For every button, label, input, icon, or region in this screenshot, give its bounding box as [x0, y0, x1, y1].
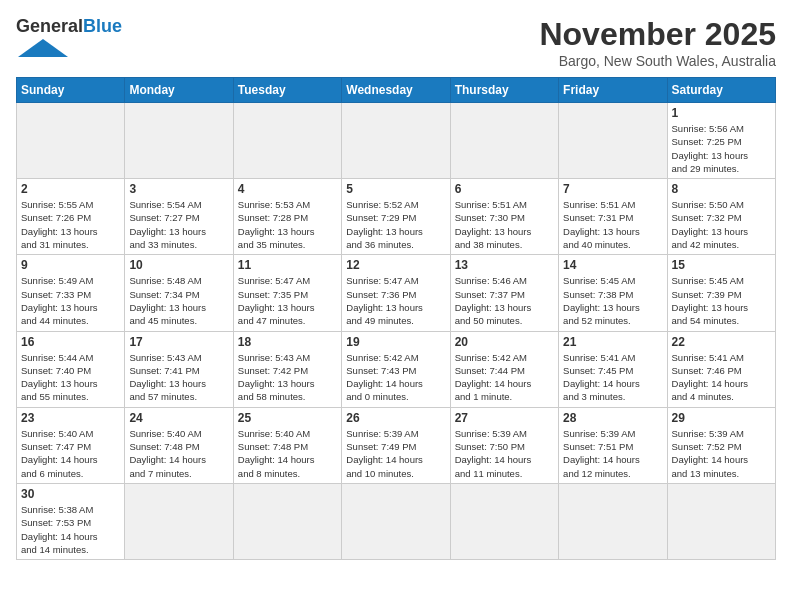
- day-header-monday: Monday: [125, 78, 233, 103]
- calendar-cell: 9Sunrise: 5:49 AM Sunset: 7:33 PM Daylig…: [17, 255, 125, 331]
- calendar-cell: [667, 483, 775, 559]
- cell-info: Sunrise: 5:46 AM Sunset: 7:37 PM Dayligh…: [455, 274, 554, 327]
- cell-info: Sunrise: 5:45 AM Sunset: 7:38 PM Dayligh…: [563, 274, 662, 327]
- calendar-week-row: 1Sunrise: 5:56 AM Sunset: 7:25 PM Daylig…: [17, 103, 776, 179]
- calendar-cell: [17, 103, 125, 179]
- cell-info: Sunrise: 5:43 AM Sunset: 7:42 PM Dayligh…: [238, 351, 337, 404]
- calendar-cell: 26Sunrise: 5:39 AM Sunset: 7:49 PM Dayli…: [342, 407, 450, 483]
- day-number: 17: [129, 335, 228, 349]
- day-number: 21: [563, 335, 662, 349]
- day-header-friday: Friday: [559, 78, 667, 103]
- svg-marker-0: [18, 39, 68, 57]
- day-number: 23: [21, 411, 120, 425]
- cell-info: Sunrise: 5:39 AM Sunset: 7:52 PM Dayligh…: [672, 427, 771, 480]
- calendar-week-row: 23Sunrise: 5:40 AM Sunset: 7:47 PM Dayli…: [17, 407, 776, 483]
- calendar-cell: [125, 103, 233, 179]
- month-title: November 2025: [539, 16, 776, 53]
- day-header-saturday: Saturday: [667, 78, 775, 103]
- calendar-cell: [559, 483, 667, 559]
- day-number: 1: [672, 106, 771, 120]
- calendar-cell: 21Sunrise: 5:41 AM Sunset: 7:45 PM Dayli…: [559, 331, 667, 407]
- calendar-cell: 28Sunrise: 5:39 AM Sunset: 7:51 PM Dayli…: [559, 407, 667, 483]
- day-number: 30: [21, 487, 120, 501]
- calendar-cell: 29Sunrise: 5:39 AM Sunset: 7:52 PM Dayli…: [667, 407, 775, 483]
- cell-info: Sunrise: 5:45 AM Sunset: 7:39 PM Dayligh…: [672, 274, 771, 327]
- calendar-cell: [342, 483, 450, 559]
- calendar-cell: 11Sunrise: 5:47 AM Sunset: 7:35 PM Dayli…: [233, 255, 341, 331]
- cell-info: Sunrise: 5:42 AM Sunset: 7:44 PM Dayligh…: [455, 351, 554, 404]
- day-number: 14: [563, 258, 662, 272]
- calendar-cell: 4Sunrise: 5:53 AM Sunset: 7:28 PM Daylig…: [233, 179, 341, 255]
- day-number: 8: [672, 182, 771, 196]
- day-number: 10: [129, 258, 228, 272]
- day-number: 11: [238, 258, 337, 272]
- calendar-cell: [233, 103, 341, 179]
- calendar-cell: [233, 483, 341, 559]
- cell-info: Sunrise: 5:39 AM Sunset: 7:50 PM Dayligh…: [455, 427, 554, 480]
- calendar-week-row: 2Sunrise: 5:55 AM Sunset: 7:26 PM Daylig…: [17, 179, 776, 255]
- calendar-cell: 6Sunrise: 5:51 AM Sunset: 7:30 PM Daylig…: [450, 179, 558, 255]
- calendar-cell: 27Sunrise: 5:39 AM Sunset: 7:50 PM Dayli…: [450, 407, 558, 483]
- cell-info: Sunrise: 5:50 AM Sunset: 7:32 PM Dayligh…: [672, 198, 771, 251]
- day-number: 27: [455, 411, 554, 425]
- calendar-cell: 19Sunrise: 5:42 AM Sunset: 7:43 PM Dayli…: [342, 331, 450, 407]
- cell-info: Sunrise: 5:54 AM Sunset: 7:27 PM Dayligh…: [129, 198, 228, 251]
- calendar-cell: 8Sunrise: 5:50 AM Sunset: 7:32 PM Daylig…: [667, 179, 775, 255]
- calendar-week-row: 16Sunrise: 5:44 AM Sunset: 7:40 PM Dayli…: [17, 331, 776, 407]
- calendar-cell: [342, 103, 450, 179]
- calendar-cell: 17Sunrise: 5:43 AM Sunset: 7:41 PM Dayli…: [125, 331, 233, 407]
- calendar-cell: 23Sunrise: 5:40 AM Sunset: 7:47 PM Dayli…: [17, 407, 125, 483]
- logo: General Blue: [16, 16, 122, 57]
- day-number: 3: [129, 182, 228, 196]
- day-number: 12: [346, 258, 445, 272]
- logo-icon: [18, 39, 68, 57]
- cell-info: Sunrise: 5:48 AM Sunset: 7:34 PM Dayligh…: [129, 274, 228, 327]
- day-number: 5: [346, 182, 445, 196]
- logo-text: General: [16, 16, 83, 37]
- calendar-cell: [559, 103, 667, 179]
- day-number: 9: [21, 258, 120, 272]
- calendar-cell: 24Sunrise: 5:40 AM Sunset: 7:48 PM Dayli…: [125, 407, 233, 483]
- cell-info: Sunrise: 5:39 AM Sunset: 7:51 PM Dayligh…: [563, 427, 662, 480]
- day-header-wednesday: Wednesday: [342, 78, 450, 103]
- cell-info: Sunrise: 5:43 AM Sunset: 7:41 PM Dayligh…: [129, 351, 228, 404]
- calendar-cell: [125, 483, 233, 559]
- cell-info: Sunrise: 5:41 AM Sunset: 7:45 PM Dayligh…: [563, 351, 662, 404]
- day-number: 19: [346, 335, 445, 349]
- cell-info: Sunrise: 5:44 AM Sunset: 7:40 PM Dayligh…: [21, 351, 120, 404]
- day-number: 29: [672, 411, 771, 425]
- cell-info: Sunrise: 5:51 AM Sunset: 7:30 PM Dayligh…: [455, 198, 554, 251]
- day-number: 26: [346, 411, 445, 425]
- calendar-cell: 18Sunrise: 5:43 AM Sunset: 7:42 PM Dayli…: [233, 331, 341, 407]
- cell-info: Sunrise: 5:52 AM Sunset: 7:29 PM Dayligh…: [346, 198, 445, 251]
- calendar: SundayMondayTuesdayWednesdayThursdayFrid…: [16, 77, 776, 560]
- calendar-cell: 30Sunrise: 5:38 AM Sunset: 7:53 PM Dayli…: [17, 483, 125, 559]
- day-number: 13: [455, 258, 554, 272]
- calendar-cell: 20Sunrise: 5:42 AM Sunset: 7:44 PM Dayli…: [450, 331, 558, 407]
- cell-info: Sunrise: 5:42 AM Sunset: 7:43 PM Dayligh…: [346, 351, 445, 404]
- day-number: 6: [455, 182, 554, 196]
- calendar-cell: 12Sunrise: 5:47 AM Sunset: 7:36 PM Dayli…: [342, 255, 450, 331]
- calendar-cell: 25Sunrise: 5:40 AM Sunset: 7:48 PM Dayli…: [233, 407, 341, 483]
- day-number: 18: [238, 335, 337, 349]
- calendar-cell: 5Sunrise: 5:52 AM Sunset: 7:29 PM Daylig…: [342, 179, 450, 255]
- cell-info: Sunrise: 5:47 AM Sunset: 7:35 PM Dayligh…: [238, 274, 337, 327]
- title-area: November 2025 Bargo, New South Wales, Au…: [539, 16, 776, 69]
- cell-info: Sunrise: 5:38 AM Sunset: 7:53 PM Dayligh…: [21, 503, 120, 556]
- calendar-cell: 1Sunrise: 5:56 AM Sunset: 7:25 PM Daylig…: [667, 103, 775, 179]
- day-number: 16: [21, 335, 120, 349]
- calendar-cell: 2Sunrise: 5:55 AM Sunset: 7:26 PM Daylig…: [17, 179, 125, 255]
- cell-info: Sunrise: 5:40 AM Sunset: 7:48 PM Dayligh…: [129, 427, 228, 480]
- day-header-sunday: Sunday: [17, 78, 125, 103]
- calendar-cell: [450, 483, 558, 559]
- calendar-cell: 10Sunrise: 5:48 AM Sunset: 7:34 PM Dayli…: [125, 255, 233, 331]
- cell-info: Sunrise: 5:53 AM Sunset: 7:28 PM Dayligh…: [238, 198, 337, 251]
- cell-info: Sunrise: 5:47 AM Sunset: 7:36 PM Dayligh…: [346, 274, 445, 327]
- calendar-week-row: 30Sunrise: 5:38 AM Sunset: 7:53 PM Dayli…: [17, 483, 776, 559]
- cell-info: Sunrise: 5:56 AM Sunset: 7:25 PM Dayligh…: [672, 122, 771, 175]
- day-number: 28: [563, 411, 662, 425]
- cell-info: Sunrise: 5:41 AM Sunset: 7:46 PM Dayligh…: [672, 351, 771, 404]
- cell-info: Sunrise: 5:51 AM Sunset: 7:31 PM Dayligh…: [563, 198, 662, 251]
- calendar-cell: 16Sunrise: 5:44 AM Sunset: 7:40 PM Dayli…: [17, 331, 125, 407]
- calendar-cell: 7Sunrise: 5:51 AM Sunset: 7:31 PM Daylig…: [559, 179, 667, 255]
